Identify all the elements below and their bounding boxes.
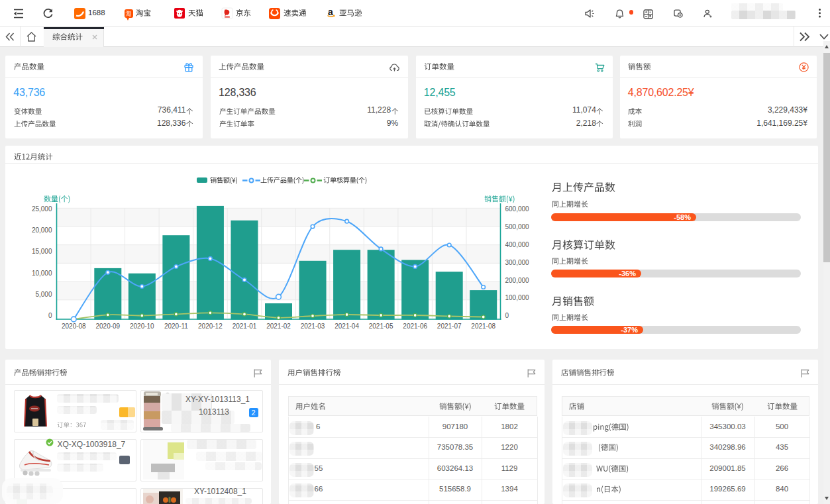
svg-text:a: a bbox=[328, 7, 333, 17]
